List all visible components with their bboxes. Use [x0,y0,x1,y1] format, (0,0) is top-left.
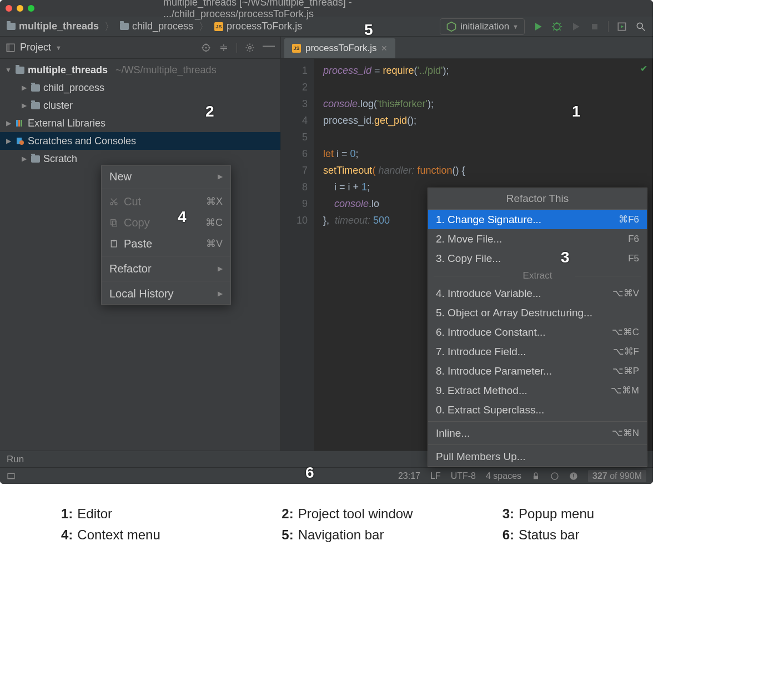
file-encoding[interactable]: UTF-8 [451,471,476,481]
svg-point-13 [249,46,252,49]
svg-rect-21 [534,476,538,479]
tree-node-scratches[interactable]: ▶ Scratches and Consoles [0,132,280,150]
close-window-button[interactable] [6,5,12,12]
refactor-copy-file[interactable]: 3. Copy File...F5 [428,249,647,268]
folder-icon [16,67,24,74]
gear-icon[interactable] [245,43,255,53]
menu-refactor[interactable]: Refactor▶ [102,258,230,279]
svg-rect-10 [7,44,9,52]
popup-title: Refactor This [428,188,647,210]
breadcrumb[interactable]: multiple_threads 〉 child_process 〉 JS pr… [7,20,302,33]
legend-item: 2:Project tool window [282,506,502,522]
refactor-introduce-field[interactable]: 7. Introduce Field...⌥⌘F [428,342,647,361]
svg-rect-28 [111,220,115,225]
chevron-right-icon: 〉 [104,20,114,33]
svg-rect-31 [113,240,115,241]
svg-rect-24 [573,474,574,477]
editor-tab[interactable]: JS processToFork.js ✕ [284,38,395,58]
refactor-move-file[interactable]: 2. Move File...F6 [428,229,647,249]
js-file-icon: JS [292,44,301,53]
title-bar: multiple_threads [~/WS/multiple_threads]… [0,0,653,17]
locate-icon[interactable] [201,43,211,53]
stop-icon[interactable] [589,21,600,32]
svg-rect-19 [8,473,14,478]
legend: 1:Editor 2:Project tool window 3:Popup m… [0,484,784,565]
tree-node-folder[interactable]: ▶ cluster [0,97,280,114]
chevron-right-icon: 〉 [199,20,209,33]
refactor-popup: Refactor This 1. Change Signature...⌘F6 … [428,188,647,467]
tree-node-folder[interactable]: ▶ child_process [0,79,280,97]
folder-icon [7,23,16,30]
project-header: Project ▼ — [0,37,280,59]
refactor-introduce-variable[interactable]: 4. Introduce Variable...⌥⌘V [428,284,647,303]
maximize-window-button[interactable] [28,5,34,12]
scratch-icon [16,137,24,145]
expand-all-icon[interactable] [219,43,229,53]
refactor-extract-method[interactable]: 9. Extract Method...⌥⌘M [428,381,647,400]
refactor-extract-superclass[interactable]: 0. Extract Superclass... [428,400,647,420]
refactor-destructuring[interactable]: 5. Object or Array Destructuring... [428,303,647,322]
run-coverage-icon[interactable] [570,21,581,32]
expand-arrow-icon[interactable]: ▶ [20,102,28,109]
svg-rect-30 [111,241,116,247]
expand-arrow-icon[interactable]: ▶ [20,84,28,92]
menu-local-history[interactable]: Local History▶ [102,283,230,304]
caret-position[interactable]: 23:17 [398,471,420,481]
menu-new[interactable]: New▶ [102,166,230,187]
svg-rect-4 [592,24,597,29]
refactor-introduce-parameter[interactable]: 8. Introduce Parameter...⌥⌘P [428,361,647,381]
tree-node-project[interactable]: ▼ multiple_threads ~/WS/multiple_threads [0,61,280,79]
svg-rect-25 [573,477,574,478]
build-icon[interactable] [616,21,627,32]
folder-icon [31,84,40,92]
gutter: 1 2 3 4 5 6 7 8 9 10 [281,59,314,451]
project-view-icon[interactable] [6,43,16,53]
crumb-file[interactable]: processToFork.js [227,21,302,32]
tree-node-libraries[interactable]: ▶ External Libraries [0,114,280,132]
menu-copy[interactable]: Copy⌘C [102,212,230,233]
expand-arrow-icon[interactable]: ▶ [4,137,12,145]
submenu-arrow-icon: ▶ [218,265,223,272]
refactor-pull-members-up[interactable]: Pull Members Up... [428,447,647,466]
copy-icon [109,218,118,227]
project-label[interactable]: Project [20,42,51,53]
chevron-down-icon: ▼ [512,23,519,30]
expand-arrow-icon[interactable]: ▶ [4,119,12,127]
search-icon[interactable] [635,21,646,32]
svg-rect-14 [16,120,18,127]
status-bar: 23:17 LF UTF-8 4 spaces 327 of 990M [0,467,653,484]
chevron-down-icon[interactable]: ▼ [56,44,62,51]
window-controls [6,5,34,12]
project-tree[interactable]: ▼ multiple_threads ~/WS/multiple_threads… [0,59,280,170]
paste-icon [109,239,118,248]
window-title: multiple_threads [~/WS/multiple_threads]… [163,0,490,20]
event-log-icon[interactable] [569,472,578,481]
lock-icon[interactable] [531,472,540,481]
crumb-root[interactable]: multiple_threads [19,21,99,32]
cut-icon [109,197,118,206]
line-separator[interactable]: LF [430,471,441,481]
refactor-change-signature[interactable]: 1. Change Signature...⌘F6 [428,210,647,229]
run-label[interactable]: Run [7,454,24,465]
menu-paste[interactable]: Paste⌘V [102,233,230,254]
folder-icon [31,102,40,109]
close-tab-icon[interactable]: ✕ [381,44,388,53]
refactor-inline[interactable]: Inline...⌥⌘N [428,423,647,443]
library-icon [16,119,24,128]
feedback-icon[interactable] [550,472,559,481]
run-configuration-selector[interactable]: initialization ▼ [440,18,525,35]
expand-arrow-icon[interactable]: ▼ [4,66,12,74]
menu-cut[interactable]: Cut⌘X [102,191,230,212]
refactor-introduce-constant[interactable]: 6. Introduce Constant...⌥⌘C [428,322,647,342]
hide-icon[interactable]: — [263,43,275,53]
run-icon[interactable] [532,21,544,32]
memory-indicator[interactable]: 327 of 990M [588,470,646,482]
tool-window-icon[interactable] [7,472,16,481]
indent-info[interactable]: 4 spaces [486,471,521,481]
expand-arrow-icon[interactable]: ▶ [20,155,28,163]
debug-icon[interactable] [551,21,562,32]
legend-item: 1:Editor [61,506,282,522]
folder-icon [31,155,40,163]
crumb-folder[interactable]: child_process [132,21,193,32]
minimize-window-button[interactable] [17,5,23,12]
